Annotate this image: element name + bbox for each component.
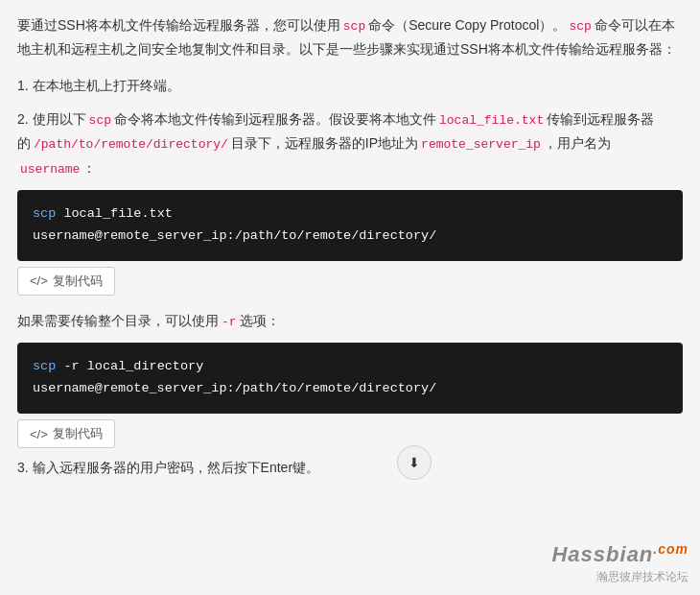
code1-line2: username@remote_server_ip:/path/to/remot… (33, 228, 436, 243)
intro-text1: 要通过SSH将本机文件传输给远程服务器，您可以使用 (17, 17, 340, 33)
item2-middle3: 目录下，远程服务器的IP地址为 (231, 135, 418, 151)
code-block-2: scp -r local_directory username@remote_s… (17, 343, 683, 414)
download-icon-button[interactable]: ⬇ (397, 445, 432, 480)
section-r-prefix: 如果需要传输整个目录，可以使用 (17, 313, 219, 328)
code-icon-2: </> (30, 427, 48, 441)
watermark-com: .com (653, 541, 688, 557)
item1-text: 在本地主机上打开终端。 (33, 78, 180, 93)
download-icon: ⬇ (408, 455, 420, 470)
copy-button-1[interactable]: </> 复制代码 (17, 267, 115, 296)
code-block-2-wrapper: scp -r local_directory username@remote_s… (17, 343, 683, 452)
item2-prefix: 使用以下 (33, 111, 86, 127)
watermark-brand: Hassbian (551, 542, 653, 566)
section-r-suffix: 选项： (240, 313, 280, 328)
item3-number: 3. (17, 460, 29, 475)
item2-middle1: 命令将本地文件传输到远程服务器。假设要将本地文件 (114, 111, 436, 127)
intro-text2: 命令（Secure Copy Protocol）。 (368, 17, 566, 33)
main-container: 要通过SSH将本机文件传输给远程服务器，您可以使用scp命令（Secure Co… (0, 0, 700, 595)
item3-prefix: 输入远程服务器的用户密码，然后按下 (33, 460, 261, 475)
intro-code1: scp (340, 18, 368, 35)
item2-code1: scp (86, 112, 114, 129)
code2-line1-rest: -r local_directory (63, 359, 203, 373)
item2-code2: local_file.txt (436, 112, 547, 129)
item3-code1: Enter (261, 460, 292, 475)
item2-middle4: ，用户名为 (544, 135, 611, 151)
code-icon-1: </> (30, 274, 48, 288)
item2-suffix: ： (82, 160, 96, 176)
list-item-1: 1. 在本地主机上打开终端。 (17, 74, 683, 98)
item1-number: 1. (17, 78, 29, 93)
code1-keyword: scp (33, 206, 56, 221)
intro-paragraph: 要通过SSH将本机文件传输给远程服务器，您可以使用scp命令（Secure Co… (17, 13, 683, 62)
watermark-logo: Hassbian.com (551, 541, 688, 567)
item2-number: 2. (17, 111, 29, 127)
item3-suffix: 键。 (292, 460, 319, 475)
section-r-text: 如果需要传输整个目录，可以使用-r选项： (17, 309, 683, 333)
section-r-code: -r (219, 314, 240, 330)
copy-button-2[interactable]: </> 复制代码 (17, 419, 115, 448)
watermark: Hassbian.com 瀚思彼岸技术论坛 (551, 541, 688, 585)
copy-label-2: 复制代码 (53, 425, 103, 442)
copy-label-1: 复制代码 (53, 273, 103, 290)
item2-code5: username (17, 161, 82, 178)
code-block-1: scp local_file.txt username@remote_serve… (17, 190, 683, 261)
code2-keyword: scp (33, 359, 56, 373)
list-item-3: 3. 输入远程服务器的用户密码，然后按下Enter键。 (17, 460, 683, 477)
item2-code3: /path/to/remote/directory/ (31, 136, 231, 153)
code1-line1-rest: local_file.txt (63, 206, 172, 221)
item2-code4: remote_server_ip (418, 136, 544, 153)
watermark-sub: 瀚思彼岸技术论坛 (596, 569, 688, 585)
code-block-1-wrapper: scp local_file.txt username@remote_serve… (17, 190, 683, 299)
steps-list: 1. 在本地主机上打开终端。 2. 使用以下scp命令将本地文件传输到远程服务器… (17, 74, 683, 299)
code2-line2: username@remote_server_ip:/path/to/remot… (33, 381, 436, 395)
intro-code2: scp (566, 18, 594, 35)
list-item-2: 2. 使用以下scp命令将本地文件传输到远程服务器。假设要将本地文件local_… (17, 107, 683, 299)
